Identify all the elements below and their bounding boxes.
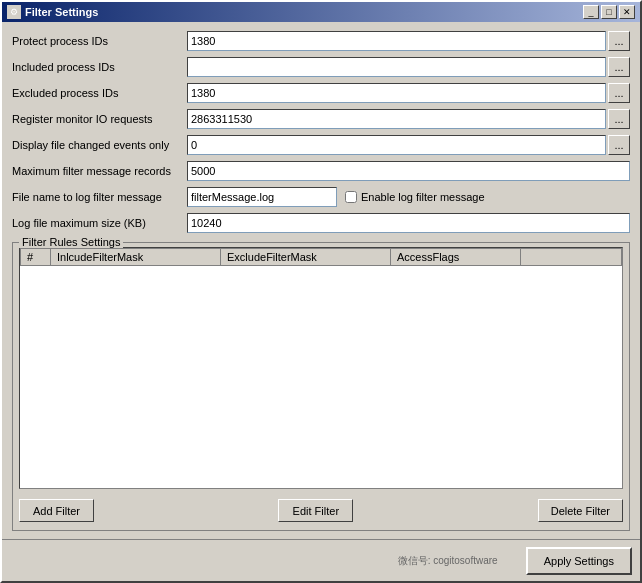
- col-access-flags: AccessFlags: [391, 249, 521, 266]
- protect-process-ids-label: Protect process IDs: [12, 35, 187, 47]
- window: ⚙ Filter Settings _ □ ✕ Protect process …: [0, 0, 642, 583]
- register-monitor-io-input[interactable]: [187, 109, 606, 129]
- file-name-log-input[interactable]: [187, 187, 337, 207]
- icon-glyph: ⚙: [10, 7, 18, 17]
- minimize-button[interactable]: _: [583, 5, 599, 19]
- filter-rules-table-container[interactable]: # InlcudeFilterMask ExcludeFilterMask Ac…: [19, 247, 623, 489]
- filter-rules-header-row: # InlcudeFilterMask ExcludeFilterMask Ac…: [21, 249, 622, 266]
- included-process-ids-input[interactable]: [187, 57, 606, 77]
- display-changed-events-label: Display file changed events only: [12, 139, 187, 151]
- window-icon: ⚙: [7, 5, 21, 19]
- close-button[interactable]: ✕: [619, 5, 635, 19]
- filter-rules-legend: Filter Rules Settings: [19, 236, 123, 248]
- bottom-bar: 微信号: cogitosoftware Apply Settings: [2, 539, 640, 581]
- enable-log-checkbox-label[interactable]: Enable log filter message: [345, 191, 485, 203]
- filter-buttons-row: Add Filter Edit Filter Delete Filter: [19, 495, 623, 526]
- enable-log-checkbox[interactable]: [345, 191, 357, 203]
- included-process-ids-row: Included process IDs ...: [12, 56, 630, 78]
- display-changed-events-input[interactable]: [187, 135, 606, 155]
- col-exclude-filter-mask: ExcludeFilterMask: [221, 249, 391, 266]
- log-file-max-size-label: Log file maximum size (KB): [12, 217, 187, 229]
- enable-log-checkbox-text: Enable log filter message: [361, 191, 485, 203]
- max-filter-records-input[interactable]: [187, 161, 630, 181]
- register-monitor-io-row: Register monitor IO requests ...: [12, 108, 630, 130]
- log-file-max-size-input[interactable]: [187, 213, 630, 233]
- protect-process-ids-row: Protect process IDs ...: [12, 30, 630, 52]
- display-changed-events-group: ...: [187, 135, 630, 155]
- edit-filter-button[interactable]: Edit Filter: [278, 499, 353, 522]
- excluded-process-ids-label: Excluded process IDs: [12, 87, 187, 99]
- excluded-process-ids-browse-button[interactable]: ...: [608, 83, 630, 103]
- form-content: Protect process IDs ... Included process…: [2, 22, 640, 539]
- col-hash: #: [21, 249, 51, 266]
- excluded-process-ids-group: ...: [187, 83, 630, 103]
- excluded-process-ids-input[interactable]: [187, 83, 606, 103]
- filter-rules-section: Filter Rules Settings # InlcudeFilterMas…: [12, 242, 630, 531]
- register-monitor-io-group: ...: [187, 109, 630, 129]
- add-filter-button[interactable]: Add Filter: [19, 499, 94, 522]
- included-process-ids-label: Included process IDs: [12, 61, 187, 73]
- display-changed-events-row: Display file changed events only ...: [12, 134, 630, 156]
- watermark-area: 微信号: cogitosoftware: [10, 554, 518, 568]
- title-bar: ⚙ Filter Settings _ □ ✕: [2, 2, 640, 22]
- watermark-text: 微信号: cogitosoftware: [398, 554, 498, 568]
- log-file-max-size-row: Log file maximum size (KB): [12, 212, 630, 234]
- included-process-ids-browse-button[interactable]: ...: [608, 57, 630, 77]
- max-filter-records-group: [187, 161, 630, 181]
- protect-process-ids-browse-button[interactable]: ...: [608, 31, 630, 51]
- title-bar-left: ⚙ Filter Settings: [7, 5, 98, 19]
- file-name-log-label: File name to log filter message: [12, 191, 187, 203]
- register-monitor-io-browse-button[interactable]: ...: [608, 109, 630, 129]
- protect-process-ids-group: ...: [187, 31, 630, 51]
- maximize-button[interactable]: □: [601, 5, 617, 19]
- delete-filter-button[interactable]: Delete Filter: [538, 499, 623, 522]
- filter-rules-table: # InlcudeFilterMask ExcludeFilterMask Ac…: [20, 248, 622, 266]
- register-monitor-io-label: Register monitor IO requests: [12, 113, 187, 125]
- protect-process-ids-input[interactable]: [187, 31, 606, 51]
- excluded-process-ids-row: Excluded process IDs ...: [12, 82, 630, 104]
- max-filter-records-row: Maximum filter message records: [12, 160, 630, 182]
- title-bar-buttons: _ □ ✕: [583, 5, 635, 19]
- display-changed-events-browse-button[interactable]: ...: [608, 135, 630, 155]
- apply-settings-button[interactable]: Apply Settings: [526, 547, 632, 575]
- log-file-max-size-group: [187, 213, 630, 233]
- included-process-ids-group: ...: [187, 57, 630, 77]
- window-title: Filter Settings: [25, 6, 98, 18]
- col-extra: [521, 249, 622, 266]
- col-include-filter-mask: InlcudeFilterMask: [51, 249, 221, 266]
- file-name-log-group: Enable log filter message: [187, 187, 485, 207]
- file-name-log-row: File name to log filter message Enable l…: [12, 186, 630, 208]
- max-filter-records-label: Maximum filter message records: [12, 165, 187, 177]
